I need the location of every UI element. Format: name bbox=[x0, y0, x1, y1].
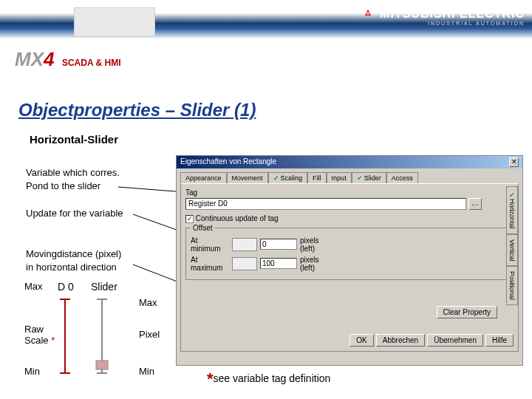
annotation-update: Update for the variable bbox=[26, 207, 123, 220]
apply-button[interactable]: Übernehmen bbox=[427, 334, 483, 347]
tag-input[interactable]: Register D0 bbox=[185, 198, 466, 210]
svg-line-3 bbox=[118, 187, 185, 192]
tab-row: Appearance Movement ✓Scaling Fill Input … bbox=[177, 168, 522, 183]
footnote-asterisk: * bbox=[207, 369, 214, 388]
tag-label: Tag bbox=[185, 188, 514, 197]
header-banner: MITSUBISHI ELECTRIC INDUSTRIAL AUTOMATIO… bbox=[0, 0, 532, 52]
brand-block: MITSUBISHI ELECTRIC INDUSTRIAL AUTOMATIO… bbox=[363, 7, 525, 26]
offset-title: Offset bbox=[191, 224, 215, 232]
brand-name: MITSUBISHI ELECTRIC bbox=[380, 7, 525, 20]
side-tab-horizontal[interactable]: ✓Horizontal bbox=[506, 186, 518, 234]
devices-image bbox=[74, 7, 155, 37]
help-button[interactable]: Hilfe bbox=[485, 334, 514, 347]
max-unit: pixels (left) bbox=[300, 256, 326, 272]
mx4-logo-block: MX4 SCADA & HMI bbox=[15, 48, 120, 71]
max-icon bbox=[232, 257, 257, 270]
cancel-button[interactable]: Abbrechen bbox=[376, 334, 425, 347]
tag-browse-button[interactable]: … bbox=[468, 198, 482, 210]
slider-diagram: D 0 Slider Max Max Raw Scale * Pixel Min… bbox=[24, 281, 168, 384]
svg-rect-15 bbox=[96, 361, 108, 369]
side-tab-vertical[interactable]: Vertical bbox=[506, 234, 518, 267]
at-max-label: At maximum bbox=[191, 256, 229, 272]
mx4-mx: MX bbox=[15, 48, 44, 70]
continuous-update-label: Continuous update of tag bbox=[196, 214, 279, 222]
mx4-subtitle: SCADA & HMI bbox=[62, 58, 121, 68]
offset-fieldset: Offset At minimum 0 pixels (left) At max… bbox=[185, 228, 514, 280]
annotation-distance: Movingdistance (pixel) in horizontal dir… bbox=[26, 248, 121, 274]
page-subtitle: Horizontal-Slider bbox=[30, 133, 118, 146]
tab-movement[interactable]: Movement bbox=[227, 172, 268, 183]
svg-marker-0 bbox=[366, 10, 369, 13]
properties-dialog: Eigenschaften von Rectangle ✕ Appearance… bbox=[176, 155, 523, 366]
min-icon bbox=[232, 238, 257, 251]
close-icon[interactable]: ✕ bbox=[509, 157, 519, 167]
footnote-text: see variable tag definition bbox=[214, 372, 331, 384]
at-min-label: At minimum bbox=[191, 236, 229, 253]
side-tab-positional[interactable]: Positional bbox=[506, 266, 518, 305]
continuous-update-checkbox[interactable]: ✓ bbox=[185, 215, 194, 223]
tab-input[interactable]: Input bbox=[327, 172, 352, 183]
tab-fill[interactable]: Fill bbox=[307, 172, 327, 183]
tab-access[interactable]: Access bbox=[386, 172, 418, 183]
page-title: Objectproperties – Slider (1) bbox=[18, 100, 256, 120]
annotation-variable: Variable which corres. Pond to the slide… bbox=[26, 166, 120, 193]
max-input[interactable]: 100 bbox=[260, 258, 297, 269]
dialog-body: ✓Horizontal Vertical Positional Tag Regi… bbox=[180, 183, 519, 352]
footnote: *see variable tag definition bbox=[207, 369, 330, 389]
svg-marker-2 bbox=[368, 13, 371, 16]
tab-appearance[interactable]: Appearance bbox=[180, 172, 227, 183]
brand-subtitle: INDUSTRIAL AUTOMATION bbox=[363, 21, 525, 26]
ok-button[interactable]: OK bbox=[349, 334, 373, 347]
dialog-titlebar[interactable]: Eigenschaften von Rectangle ✕ bbox=[177, 156, 522, 168]
svg-marker-1 bbox=[365, 13, 368, 16]
min-input[interactable]: 0 bbox=[260, 239, 297, 250]
tab-slider[interactable]: ✓Slider bbox=[352, 172, 386, 183]
clear-property-button[interactable]: Clear Property bbox=[437, 306, 497, 318]
dialog-title-text: Eigenschaften von Rectangle bbox=[180, 157, 276, 167]
min-unit: pixels (left) bbox=[300, 236, 326, 253]
mitsubishi-icon bbox=[363, 10, 373, 20]
mx4-num: 4 bbox=[44, 48, 54, 70]
tab-scaling[interactable]: ✓Scaling bbox=[268, 172, 308, 183]
